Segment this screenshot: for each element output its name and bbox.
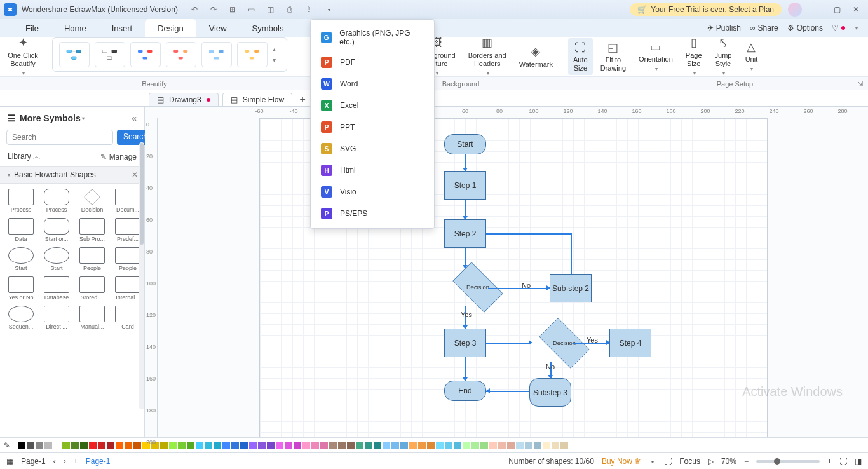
color-swatch[interactable] <box>436 442 444 449</box>
color-swatch[interactable] <box>249 442 257 449</box>
zoom-in-icon[interactable]: + <box>827 457 832 466</box>
color-swatch[interactable] <box>205 442 212 449</box>
color-swatch[interactable] <box>89 442 97 449</box>
color-swatch[interactable] <box>356 442 363 449</box>
shape-docum-[interactable]: Docum... <box>113 189 142 213</box>
color-swatch[interactable] <box>454 442 461 449</box>
add-tab-button[interactable]: + <box>296 93 309 106</box>
color-swatch[interactable] <box>125 442 132 449</box>
one-click-beautify-button[interactable]: ✦ One Click Beautify ▾ <box>3 34 43 80</box>
orientation-button[interactable]: ▭Orientation▾ <box>634 37 678 76</box>
watermark-button[interactable]: ◈Watermark <box>514 43 558 71</box>
menu-more-icon[interactable]: ▾ <box>855 25 858 31</box>
color-swatch[interactable] <box>285 442 292 449</box>
color-swatch[interactable] <box>463 442 470 449</box>
jump-style-button[interactable]: ⤣Jump Style▾ <box>710 34 737 80</box>
play-icon[interactable]: ▷ <box>708 457 714 466</box>
shape-decision[interactable]: Decision <box>78 189 107 213</box>
save-icon[interactable]: ◫ <box>266 4 276 15</box>
redo-icon[interactable]: ↷ <box>208 4 219 15</box>
color-swatch[interactable] <box>409 442 417 449</box>
export-ppt[interactable]: PPPT <box>311 116 434 138</box>
shape-process[interactable]: Process <box>6 189 36 213</box>
color-swatch[interactable] <box>311 442 319 449</box>
unit-button[interactable]: △Unit▾ <box>739 37 763 76</box>
color-swatch[interactable] <box>53 442 61 449</box>
node-step4[interactable]: Step 4 <box>609 329 651 357</box>
shape-start[interactable]: Start <box>6 247 36 271</box>
shape-start-or-[interactable]: Start or... <box>42 218 71 242</box>
notification-icon[interactable]: ♡ <box>832 24 845 32</box>
doc-tab-2[interactable]: ▤ Simple Flow <box>222 93 292 106</box>
avatar[interactable] <box>788 3 802 17</box>
theme-2[interactable] <box>95 42 125 67</box>
dialog-launcher-icon[interactable]: ⇲ <box>857 77 863 91</box>
export-html[interactable]: HHtml <box>311 160 434 181</box>
export-icon[interactable]: ⇪ <box>304 4 314 15</box>
tab-home[interactable]: Home <box>51 19 99 37</box>
shape-yes-or-no[interactable]: Yes or No <box>6 276 36 301</box>
node-decision1[interactable]: Decision <box>452 262 503 312</box>
color-swatch[interactable] <box>365 442 372 449</box>
buy-now-link[interactable]: Buy Now ♛ <box>602 457 641 466</box>
color-swatch[interactable] <box>418 442 426 449</box>
collapse-sidebar-icon[interactable]: « <box>132 113 137 123</box>
node-step1[interactable]: Step 1 <box>444 171 486 200</box>
page-prev-icon[interactable]: ‹ <box>53 457 56 466</box>
doc-tab-1[interactable]: ▤ Drawing3 <box>149 93 219 106</box>
trial-banner[interactable]: 🛒 Your Free Trial is over. Select a Plan <box>630 3 782 16</box>
minimize-icon[interactable]: — <box>813 5 822 14</box>
search-input[interactable] <box>6 130 113 145</box>
theme-3[interactable] <box>130 42 161 67</box>
color-swatch[interactable] <box>320 442 328 449</box>
maximize-icon[interactable]: ▢ <box>832 5 841 14</box>
shape-process[interactable]: Process <box>42 189 71 213</box>
fit-drawing-button[interactable]: ◱Fit to Drawing <box>595 38 631 75</box>
color-swatch[interactable] <box>240 442 248 449</box>
view-grid-icon[interactable]: ▦ <box>6 457 13 466</box>
color-swatch[interactable] <box>507 442 515 449</box>
print-icon[interactable]: ⎙ <box>285 4 295 15</box>
export-pdf[interactable]: PPDF <box>311 51 434 73</box>
library-link[interactable]: Library ︿ <box>8 151 41 162</box>
theme-5[interactable] <box>201 42 232 67</box>
zoom-out-icon[interactable]: − <box>744 457 749 466</box>
shape-card[interactable]: Card <box>113 306 142 330</box>
shape-data[interactable]: Data <box>6 218 36 242</box>
node-substep2[interactable]: Sub-step 2 <box>550 274 592 302</box>
shape-manual-[interactable]: Manual... <box>78 306 107 330</box>
color-swatch[interactable] <box>383 442 390 449</box>
color-swatch[interactable] <box>471 442 479 449</box>
shape-direct-[interactable]: Direct ... <box>42 306 71 330</box>
zoom-slider[interactable] <box>756 460 820 463</box>
page-tab[interactable]: Page-1 <box>86 457 111 466</box>
share-button[interactable]: ∞Share <box>750 24 778 32</box>
color-swatch[interactable] <box>294 442 301 449</box>
manage-link[interactable]: ✎Manage <box>100 151 137 162</box>
node-substep3[interactable]: Substep 3 <box>529 378 571 407</box>
color-swatch[interactable] <box>498 442 506 449</box>
page-add-icon[interactable]: + <box>74 457 78 466</box>
color-swatch[interactable] <box>400 442 408 449</box>
shape-database[interactable]: Database <box>42 276 71 301</box>
tab-design[interactable]: Design <box>145 19 196 37</box>
gallery-up-icon[interactable]: ▴ <box>273 46 280 53</box>
tab-view[interactable]: View <box>196 19 240 37</box>
color-swatch[interactable] <box>231 442 239 449</box>
color-swatch[interactable] <box>62 442 70 449</box>
color-swatch[interactable] <box>329 442 337 449</box>
auto-size-button[interactable]: ⛶Auto Size <box>568 38 593 75</box>
export-graphics[interactable]: GGraphics (PNG, JPG etc.) <box>311 24 434 51</box>
color-swatch[interactable] <box>347 442 355 449</box>
close-icon[interactable]: ✕ <box>851 5 860 14</box>
lock-icon[interactable]: ⫘ <box>649 457 656 466</box>
node-start[interactable]: Start <box>444 134 486 154</box>
color-swatch[interactable] <box>489 442 497 449</box>
color-swatch[interactable] <box>187 442 194 449</box>
color-swatch[interactable] <box>480 442 488 449</box>
undo-icon[interactable]: ↶ <box>189 4 200 15</box>
theme-1[interactable] <box>59 42 90 67</box>
color-swatch[interactable] <box>71 442 79 449</box>
color-swatch[interactable] <box>178 442 186 449</box>
theme-6[interactable] <box>237 42 268 67</box>
